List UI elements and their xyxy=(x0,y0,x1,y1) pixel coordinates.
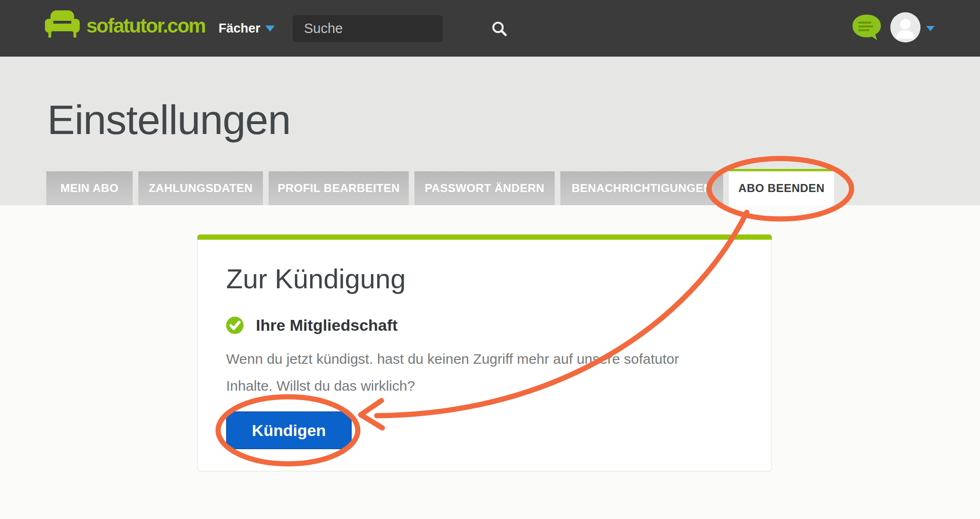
logo-text: sofatutor.com xyxy=(86,15,205,37)
avatar-icon xyxy=(890,12,921,44)
card-heading: Zur Kündigung xyxy=(226,265,406,293)
tab-mein-abo[interactable]: MEIN ABO xyxy=(46,171,133,205)
settings-tabs: MEIN ABO ZAHLUNGSDATEN PROFIL BEARBEITEN… xyxy=(46,169,834,205)
tab-abo-beenden[interactable]: ABO BEENDEN xyxy=(729,169,834,205)
tab-profil-bearbeiten[interactable]: PROFIL BEARBEITEN xyxy=(269,171,409,205)
page-title: Einstellungen xyxy=(47,99,290,141)
card-accent-bar xyxy=(197,234,772,240)
cancellation-text-line2: Inhalte. Willst du das wirklich? xyxy=(226,372,679,399)
subjects-menu-label: Fächer xyxy=(219,21,261,36)
chat-bubble-icon[interactable] xyxy=(852,14,882,43)
navbar-right xyxy=(852,0,935,57)
logo[interactable]: sofatutor.com xyxy=(45,10,205,42)
settings-header-band: Einstellungen MEIN ABO ZAHLUNGSDATEN PRO… xyxy=(0,57,980,205)
chevron-down-icon xyxy=(265,25,275,32)
chevron-down-icon xyxy=(926,26,935,31)
search-input[interactable] xyxy=(293,15,491,42)
subjects-menu[interactable]: Fächer xyxy=(219,0,275,57)
couch-logo-icon xyxy=(45,10,80,42)
tab-benachrichtigungen[interactable]: BENACHRICHTIGUNGEN xyxy=(560,171,723,205)
cancellation-text-line1: Wenn du jetzt kündigst. hast du keinen Z… xyxy=(226,345,679,372)
membership-label: Ihre Mitgliedschaft xyxy=(256,316,397,335)
cancellation-card: Zur Kündigung Ihre Mitgliedschaft Wenn d… xyxy=(197,234,772,471)
account-menu[interactable] xyxy=(890,12,935,44)
search-box xyxy=(293,15,443,42)
membership-row: Ihre Mitgliedschaft xyxy=(226,316,397,335)
kuendigen-button[interactable]: Kündigen xyxy=(226,411,352,449)
top-navbar: sofatutor.com Fächer xyxy=(0,0,980,57)
check-icon xyxy=(226,317,244,334)
tab-zahlungsdaten[interactable]: ZAHLUNGSDATEN xyxy=(138,171,263,205)
tab-passwort-aendern[interactable]: PASSWORT ÄNDERN xyxy=(414,171,555,205)
cancellation-text: Wenn du jetzt kündigst. hast du keinen Z… xyxy=(226,345,679,399)
search-icon[interactable] xyxy=(491,15,507,42)
content-area: Zur Kündigung Ihre Mitgliedschaft Wenn d… xyxy=(0,205,980,519)
